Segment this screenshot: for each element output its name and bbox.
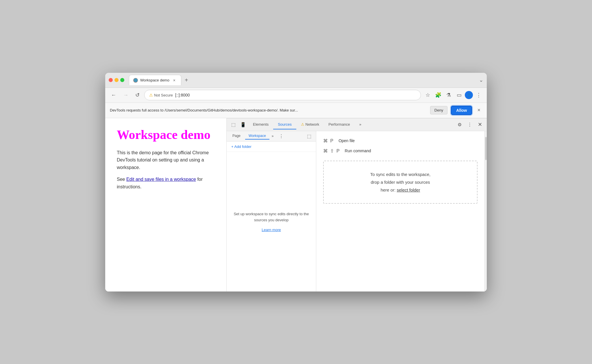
address-url: [::]:8000 [175,93,190,97]
nav-right-icons: ☆ 🧩 ⚗ ▭ 👤 ⋮ [423,90,483,100]
select-folder-link[interactable]: select folder [397,187,420,192]
drop-zone[interactable]: To sync edits to the workspace, drop a f… [323,161,478,204]
tab-network[interactable]: ⚠ Network [296,120,324,129]
new-tab-button[interactable]: + [182,76,190,85]
extensions-button[interactable]: 🧩 [434,90,443,100]
workspace-hint: Set up workspace to sync edits directly … [227,152,316,291]
devtools-settings-button[interactable]: ⚙ [455,121,464,129]
devtools-body: Page Workspace » ⋮ ⬚ + Add folder [227,131,487,291]
workspace-link[interactable]: Edit and save files in a workspace [126,177,196,182]
warning-icon: ⚠ [149,93,153,97]
more-menu-button[interactable]: ⋮ [474,90,483,100]
main-area: Workspace demo This is the demo page for… [105,118,487,291]
subtab-page[interactable]: Page [229,133,244,140]
not-secure-label: Not Secure [154,93,173,97]
window-menu-button[interactable]: ⌄ [479,77,483,83]
active-tab[interactable]: 🌐 Workspace demo × [129,75,181,85]
devtools-tabs: ⬚ 📱 Elements Sources ⚠ Network Performan… [227,118,487,131]
subtab-workspace[interactable]: Workspace [245,133,269,140]
see-text: See [117,177,126,182]
add-folder-button[interactable]: + Add folder [227,142,316,152]
tab-more[interactable]: » [355,120,366,129]
reload-button[interactable]: ↺ [133,91,142,99]
title-bar: 🌐 Workspace demo × + ⌄ [105,73,487,88]
bookmark-button[interactable]: ☆ [423,90,432,100]
page-title: Workspace demo [117,127,215,142]
browser-window: 🌐 Workspace demo × + ⌄ ← → ↺ ⚠ Not Secur… [105,73,487,291]
deny-button[interactable]: Deny [430,106,447,114]
page-body: This is the demo page for the official C… [117,149,215,191]
lab-button[interactable]: ⚗ [444,90,453,100]
page-content: Workspace demo This is the demo page for… [105,118,227,291]
subtab-more[interactable]: » [271,133,275,139]
learn-more-link[interactable]: Learn more [262,228,281,232]
maximize-traffic-light[interactable] [120,78,124,82]
devtools-device-icon[interactable]: 📱 [238,122,248,127]
sources-subtabs: Page Workspace » ⋮ ⬚ [227,131,316,142]
sidebar-button[interactable]: ▭ [454,90,464,100]
sources-sidebar: Page Workspace » ⋮ ⬚ + Add folder [227,131,316,291]
sources-main: ⌘ P Open file ⌘ ⇧ P Run command To sync … [316,131,484,291]
devtools-more-button[interactable]: ⋮ [465,121,474,129]
scrollbar-thumb[interactable] [485,137,487,160]
permission-bar: DevTools requests full access to /Users/… [105,103,487,118]
devtools-close-button[interactable]: ✕ [476,120,484,129]
tab-elements[interactable]: Elements [248,120,273,129]
shortcut-run-command: ⌘ ⇧ P Run command [323,148,478,154]
nav-bar: ← → ↺ ⚠ Not Secure [::]:8000 ☆ 🧩 ⚗ ▭ 👤 ⋮ [105,88,487,103]
tab-close-button[interactable]: × [172,78,177,83]
sources-top-icons: ⬚ [305,132,314,140]
tab-favicon: 🌐 [133,78,138,83]
devtools-right-icons: ⚙ ⋮ ✕ [455,120,484,129]
minimize-traffic-light[interactable] [114,78,119,82]
sources-sidebar-icon[interactable]: ⬚ [305,132,314,140]
sources-scrollbar[interactable] [484,131,487,291]
workspace-hint-text: Set up workspace to sync edits directly … [234,211,309,223]
traffic-lights [109,78,124,82]
close-traffic-light[interactable] [109,78,113,82]
allow-button[interactable]: Allow [451,106,472,115]
forward-button[interactable]: → [121,91,131,99]
tab-bar: 🌐 Workspace demo × + [129,75,477,85]
profile-button[interactable]: 👤 [465,91,473,99]
tab-title: Workspace demo [140,78,169,82]
sources-menu-button[interactable]: ⋮ [277,133,285,140]
permission-close-button[interactable]: × [476,107,482,114]
open-file-label: Open file [338,138,355,143]
drop-zone-text2: drop a folder with your sources [331,178,470,186]
tab-performance[interactable]: Performance [324,120,354,129]
page-paragraph-1: This is the demo page for the official C… [117,149,215,171]
open-file-keys: ⌘ P [323,138,334,144]
tab-sources[interactable]: Sources [273,120,296,129]
run-command-keys: ⌘ ⇧ P [323,148,340,154]
add-folder-label: + Add folder [231,144,251,149]
back-button[interactable]: ← [109,91,119,99]
run-command-label: Run command [345,148,371,153]
permission-message: DevTools requests full access to /Users/… [110,108,427,112]
page-paragraph-2: See Edit and save files in a workspace f… [117,176,215,190]
drop-zone-text1: To sync edits to the workspace, [331,170,470,178]
network-warning-icon: ⚠ [301,122,306,127]
not-secure-indicator: ⚠ Not Secure [149,93,173,97]
drop-zone-text3: here or: select folder [331,186,470,194]
devtools-inspect-icon[interactable]: ⬚ [229,122,238,127]
address-bar[interactable]: ⚠ Not Secure [::]:8000 [144,90,421,100]
shortcut-open-file: ⌘ P Open file [323,138,478,144]
devtools-panel: ⬚ 📱 Elements Sources ⚠ Network Performan… [227,118,487,291]
